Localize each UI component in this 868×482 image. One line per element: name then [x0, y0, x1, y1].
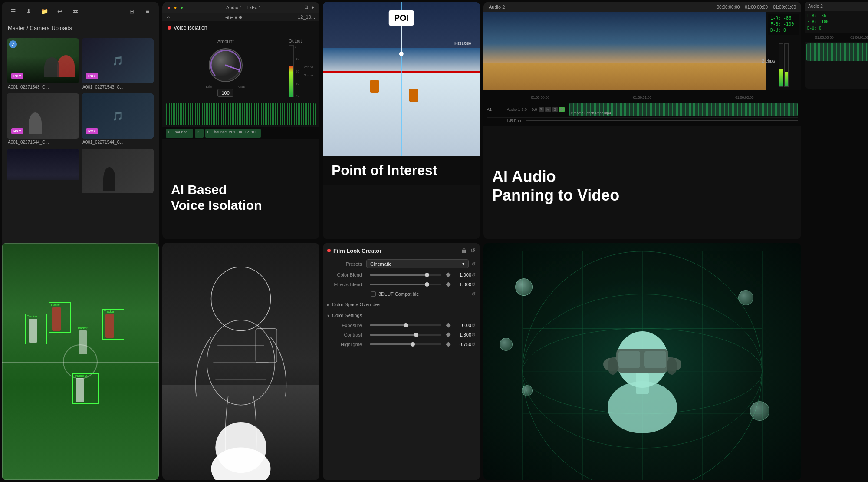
red-dot-icon [168, 26, 171, 30]
track-controls: Audio 1 2.0 [507, 107, 527, 112]
toolbar-btn-2[interactable]: ⬇ [23, 5, 35, 17]
overflow-column: Audio 2 L-R: -86 F-B: -100 D-U: 0 01:00:… [803, 0, 868, 482]
vr-headset-figure [577, 286, 707, 438]
thumbnail-1[interactable]: ✓ PXY [7, 38, 79, 83]
slider-track [370, 274, 427, 276]
svg-rect-23 [618, 351, 640, 368]
toolbar-btn-1[interactable]: ☰ [7, 5, 19, 17]
thumbnail-6[interactable]: ✓ [82, 149, 154, 194]
track-name: Audio 1 [507, 107, 520, 112]
thumb-name-3: A001_02271544_C... [7, 139, 79, 146]
effects-diamond [446, 282, 450, 287]
pxy-badge-1: PXY [11, 73, 23, 79]
contrast-reset[interactable]: ↺ [471, 332, 476, 338]
film-header: Film Look Creator 🗑 ↺ [327, 247, 476, 254]
player-3 [370, 80, 379, 93]
hockey-background: HOUSE POI [323, 2, 480, 156]
exposure-slider[interactable] [370, 324, 441, 326]
channel-labels: 2ch.w. 2ch.w. [302, 45, 315, 97]
svg-rect-24 [644, 351, 666, 368]
contrast-value: 1.300 [452, 332, 471, 337]
toolbar-btn-list[interactable]: ≡ [141, 5, 154, 17]
bubble-5 [522, 385, 533, 396]
thumbnail-3[interactable]: ✓ PXY [7, 93, 79, 139]
astronaut-panel [162, 243, 319, 480]
exposure-reset[interactable]: ↺ [471, 322, 476, 328]
tdlut-reset[interactable]: ↺ [471, 291, 476, 297]
astronaut-svg [162, 243, 319, 480]
audio-clip-bar[interactable]: Broome Beach Race.mp4 [569, 103, 798, 116]
contrast-label: Contrast [327, 332, 366, 337]
audio-top-area: L-R: -86 F-B: -100 D-U: 0 [483, 12, 801, 90]
highlighte-label: Highlighte [327, 342, 366, 347]
poi-marker: POI [389, 10, 414, 56]
trash-icon[interactable]: 🗑 [461, 247, 467, 254]
reset-icon[interactable]: ↺ [470, 247, 476, 254]
effects-blend-label: Effects Blend [327, 282, 366, 287]
window-title: Audio 1 - TkFx 1 [187, 5, 301, 10]
meter-r [784, 43, 789, 87]
clip-1[interactable]: FL_bounce... [166, 129, 193, 138]
highlighte-reset[interactable]: ↺ [471, 341, 476, 347]
output-section: Output 0 -10 -20 -30 -40 [289, 39, 315, 97]
voice-nav-bar: ‹› ◀ ▶ ■ ⏺ 12_10... [162, 13, 319, 21]
audio2-title: Audio 2 [808, 4, 823, 9]
film-red-dot [327, 249, 331, 252]
audio-header-bar: Audio 2 00:00:00:00 01:00:00:00 01:00:01… [483, 2, 801, 12]
track-label: A1 [487, 107, 504, 112]
clip-3[interactable]: FL_bounce_2018-06-12_10... [205, 129, 261, 138]
waveform-visual [166, 103, 316, 125]
color-space-toggle[interactable]: ▸ Color Space Overrides [327, 299, 476, 310]
color-blend-slider[interactable] [370, 274, 441, 276]
tdlut-label: 3DLUT Compatible [378, 291, 419, 297]
meter-level [289, 66, 293, 97]
pan-track [526, 120, 798, 121]
knob-minmax: Min Max [206, 85, 245, 89]
contrast-slider[interactable] [370, 334, 441, 336]
bubble-1 [515, 278, 533, 296]
poi-title: Point of Interest [332, 162, 471, 178]
timeline-bar: FL_bounce... B..a FL_bounce_2018-06-12_1… [162, 127, 319, 139]
toolbar-btn-3[interactable]: 📁 [38, 5, 50, 17]
clips-count: 2 clips [762, 58, 775, 63]
presets-reset[interactable]: ↺ [471, 261, 476, 267]
exposure-track [370, 324, 406, 326]
color-blend-reset[interactable]: ↺ [471, 272, 476, 278]
exposure-label: Exposure [327, 323, 366, 328]
contrast-track [370, 334, 416, 336]
effects-blend-row: Effects Blend 1.000 ↺ [327, 280, 476, 289]
channel-2: 2ch.w. [302, 73, 315, 78]
thumbnail-4[interactable]: ✓ PXY 🎵 [82, 93, 154, 139]
chevron-icon: ▾ [462, 261, 465, 267]
presets-dropdown[interactable]: Cinematic ▾ [366, 259, 469, 268]
player-5 [409, 89, 418, 102]
knob-svg[interactable] [206, 46, 245, 85]
media-toolbar: ☰ ⬇ 📁 ↩ ⇄ ⊞ ≡ [2, 2, 159, 21]
meter-r-level [785, 72, 788, 86]
knob-value[interactable]: 100 [217, 89, 233, 97]
thumb-name-2: A001_02271543_C... [82, 83, 154, 91]
highlighte-thumb [411, 342, 415, 347]
effects-reset[interactable]: ↺ [471, 281, 476, 287]
contrast-thumb [414, 333, 418, 337]
toolbar-btn-grid[interactable]: ⊞ [126, 5, 138, 17]
toolbar-btn-4[interactable]: ↩ [54, 5, 66, 17]
presets-row: Presets Cinematic ▾ ↺ [327, 258, 476, 270]
highlighte-slider[interactable] [370, 343, 441, 345]
color-settings-toggle[interactable]: ▾ Color Settings [327, 310, 476, 320]
exposure-value: 0.00 [452, 323, 471, 328]
player-silhouette-5 [76, 378, 84, 402]
clip-2[interactable]: B..a [195, 129, 204, 138]
toolbar-btn-5[interactable]: ⇄ [69, 5, 82, 17]
meter-l [779, 43, 783, 87]
meter-bar-container [289, 45, 294, 97]
effects-blend-slider[interactable] [370, 284, 441, 285]
color-blend-row: Color Blend 1.000 ↺ [327, 270, 476, 280]
svg-point-25 [608, 357, 618, 375]
tdlut-checkbox[interactable] [371, 291, 376, 297]
track-a1: A1 Audio 1 2.0 0.0 R M S M Broome Beach … [487, 102, 798, 118]
color-space-label: Color Space Overrides [332, 302, 380, 307]
video-preview [483, 12, 766, 90]
thumbnail-2[interactable]: ✓ PXY 🎵 [82, 38, 154, 83]
thumbnail-5[interactable]: ✓ [7, 149, 79, 194]
